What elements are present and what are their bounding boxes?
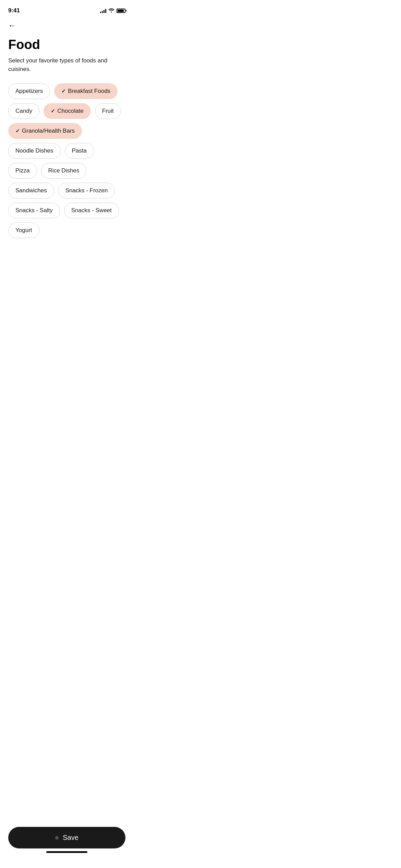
tag-label: Appetizers (15, 88, 43, 95)
check-icon: ✓ (51, 108, 55, 114)
tag-snacks-salty[interactable]: Snacks - Salty (8, 203, 60, 218)
back-arrow-icon: ← (8, 22, 16, 29)
tag-label: Pasta (72, 147, 87, 154)
page-subtitle: Select your favorite types of foods and … (8, 56, 125, 74)
tag-label: Fruit (102, 108, 114, 114)
tag-label: Rice Dishes (48, 167, 80, 174)
status-icons (100, 8, 125, 14)
tag-candy[interactable]: Candy (8, 103, 39, 119)
tag-label: Snacks - Salty (15, 207, 53, 214)
tag-label: Sandwiches (15, 187, 47, 194)
tags-container: Appetizers✓Breakfast FoodsCandy✓Chocolat… (0, 74, 134, 238)
tag-label: Candy (15, 108, 32, 114)
tag-appetizers[interactable]: Appetizers (8, 83, 50, 99)
tag-label: Snacks - Sweet (71, 207, 112, 214)
tag-noodle-dishes[interactable]: Noodle Dishes (8, 143, 61, 159)
check-icon: ✓ (61, 88, 66, 94)
tag-yogurt[interactable]: Yogurt (8, 222, 39, 238)
header: ← Food Select your favorite types of foo… (0, 16, 134, 74)
check-icon: ✓ (15, 128, 20, 134)
tag-pasta[interactable]: Pasta (65, 143, 94, 159)
page-title: Food (8, 38, 125, 52)
tag-label: Snacks - Frozen (65, 187, 108, 194)
tag-label: Pizza (15, 167, 30, 174)
tag-rice-dishes[interactable]: Rice Dishes (41, 163, 87, 179)
wifi-icon (108, 8, 114, 14)
tag-label: Chocolate (57, 108, 84, 114)
tag-label: Breakfast Foods (68, 88, 110, 95)
tag-breakfast-foods[interactable]: ✓Breakfast Foods (54, 83, 118, 99)
back-button[interactable]: ← (8, 21, 16, 31)
battery-icon (117, 9, 125, 13)
tag-pizza[interactable]: Pizza (8, 163, 37, 179)
status-time: 9:41 (8, 7, 20, 14)
tag-chocolate[interactable]: ✓Chocolate (44, 103, 91, 119)
signal-icon (100, 8, 106, 13)
tag-sandwiches[interactable]: Sandwiches (8, 183, 54, 198)
tag-granola-health-bars[interactable]: ✓Granola/Health Bars (8, 123, 82, 139)
tag-label: Noodle Dishes (15, 147, 53, 154)
tag-label: Granola/Health Bars (22, 128, 75, 134)
status-bar: 9:41 (0, 0, 134, 16)
tag-snacks-sweet[interactable]: Snacks - Sweet (64, 203, 119, 218)
tag-fruit[interactable]: Fruit (95, 103, 121, 119)
tag-snacks-frozen[interactable]: Snacks - Frozen (58, 183, 115, 198)
tag-label: Yogurt (15, 227, 32, 234)
